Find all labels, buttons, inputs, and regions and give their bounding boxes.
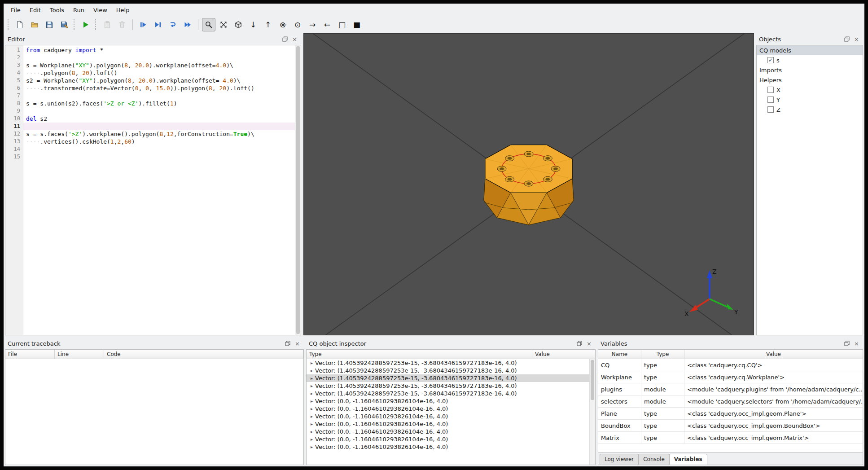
variable-row[interactable]: Workplanetype<class 'cadquery.cq.Workpla… [598,371,863,383]
debug-button[interactable] [136,18,150,31]
editor-panel-close-button[interactable]: × [291,35,298,43]
helper-item[interactable]: X [757,85,863,95]
menu-run[interactable]: Run [69,5,89,15]
open-script-button[interactable] [28,18,41,31]
paste-button[interactable] [101,18,114,31]
variable-row[interactable]: CQtype<class 'cadquery.cq.CQ'> [598,359,863,371]
objects-model-item[interactable]: ✓s [757,55,863,65]
wireframe-button[interactable]: □ [335,18,349,31]
checkbox-s[interactable]: ✓ [767,57,774,63]
code-line-2[interactable]: 2 [5,54,295,61]
variable-row[interactable]: selectorsmodule<module 'cadquery.selecto… [598,395,863,408]
editor-panel-float-button[interactable] [281,35,289,43]
tab-log-viewer[interactable]: Log viewer [600,454,639,465]
left-view-button[interactable]: ← [320,18,334,31]
inspector-row[interactable]: ▸Vector: (0.0, -1.1604610293826104e-16, … [307,443,589,451]
tab-console[interactable]: Console [638,454,670,465]
step-button[interactable] [151,18,165,31]
menu-edit[interactable]: Edit [25,5,45,15]
expand-arrow-icon[interactable]: ▸ [308,414,315,419]
code-line-8[interactable]: 8s = s.union(s2).faces('>Z or <Z').fille… [5,100,295,107]
inspector-row[interactable]: ▸Vector: (0.0, -1.1604610293826104e-16, … [307,428,589,435]
variable-row[interactable]: Planetype<class 'cadquery.occ_impl.geom.… [598,408,863,420]
expand-arrow-icon[interactable]: ▸ [308,437,315,442]
viewport-3d[interactable]: Z X Y [303,33,754,335]
code-line-3[interactable]: 3s = Workplane("XY").polygon(8, 20.0).wo… [5,61,295,69]
objects-group-imports[interactable]: Imports [757,65,863,75]
code-line-13[interactable]: 13····.vertices().cskHole(1,2,60) [5,138,295,145]
editor-scrollbar[interactable] [295,45,301,335]
variable-row[interactable]: pluginsmodule<module 'cadquery.plugins' … [598,383,863,395]
variables-panel-close-button[interactable]: × [853,340,860,347]
checkbox-X[interactable] [767,87,774,93]
column-header-line[interactable]: Line [55,350,104,359]
menu-help[interactable]: Help [112,5,134,15]
right-view-button[interactable]: → [306,18,319,31]
editor-body[interactable]: 1from cadquery import *23s = Workplane("… [5,45,301,335]
helper-item[interactable]: Z [757,105,863,114]
objects-panel-float-button[interactable] [843,35,850,43]
render-button[interactable] [79,18,92,31]
expand-arrow-icon[interactable]: ▸ [308,368,315,373]
inspector-row[interactable]: ▸Vector: (0.0, -1.1604610293826104e-16, … [307,420,589,428]
column-header-type[interactable]: Type [307,350,532,359]
code-line-15[interactable]: 15 [5,153,295,161]
checkbox-Z[interactable] [767,106,774,113]
iso-view-button[interactable] [232,18,245,31]
inspector-row[interactable]: ▸Vector: (0.0, -1.1604610293826104e-16, … [307,413,589,420]
save-script-button[interactable] [43,18,56,31]
code-line-4[interactable]: 4····.polygon(8, 20).loft() [5,69,295,77]
column-header-value[interactable]: Value [532,350,595,359]
fit-view-button[interactable] [202,18,215,31]
delete-button[interactable] [115,18,129,31]
cad-model[interactable] [425,108,632,261]
expand-arrow-icon[interactable]: ▸ [308,444,315,449]
column-header-value[interactable]: Value [684,350,863,359]
code-line-9[interactable]: 9 [5,107,295,115]
code-line-12[interactable]: 12s = s.faces('>Z').workplane().polygon(… [5,130,295,138]
inspector-row[interactable]: ▸Vector: (1.4053924288597253e-15, -3.680… [307,390,589,397]
expand-arrow-icon[interactable]: ▸ [308,429,315,434]
code-line-11[interactable]: 11 [5,123,295,130]
code-line-7[interactable]: 7 [5,92,295,100]
inspector-scrollbar[interactable] [589,359,595,465]
column-header-code[interactable]: Code [104,350,303,359]
continue-button[interactable] [181,18,194,31]
code-line-6[interactable]: 6····.transformed(rotate=Vector(0, 0, 15… [5,84,295,92]
expand-arrow-icon[interactable]: ▸ [308,422,315,426]
code-line-10[interactable]: 10del s2 [5,115,295,123]
fit-all-button[interactable] [217,18,230,31]
inspector-row[interactable]: ▸Vector: (0.0, -1.1604610293826104e-16, … [307,397,589,405]
expand-arrow-icon[interactable]: ▸ [308,399,315,404]
code-line-14[interactable]: 14 [5,145,295,153]
expand-arrow-icon[interactable]: ▸ [308,383,315,388]
objects-group-helpers[interactable]: Helpers [757,75,863,85]
column-header-file[interactable]: File [5,350,55,359]
column-header-type[interactable]: Type [641,350,684,359]
expand-arrow-icon[interactable]: ▸ [308,391,315,396]
menu-tools[interactable]: Tools [45,5,69,15]
objects-panel-close-button[interactable]: × [853,35,860,43]
tab-variables[interactable]: Variables [669,454,707,465]
scrollbar-thumb[interactable] [591,360,594,400]
column-header-name[interactable]: Name [598,350,641,359]
front-view-button[interactable]: ⊗ [276,18,289,31]
new-script-button[interactable] [13,18,26,31]
helper-item[interactable]: Y [757,95,863,105]
save-as-script-button[interactable] [57,18,71,31]
objects-group-cq-models[interactable]: CQ models [757,45,863,55]
variable-row[interactable]: BoundBoxtype<class 'cadquery.occ_impl.ge… [598,420,863,432]
shaded-button[interactable]: ■ [350,18,364,31]
top-view-button[interactable]: ↑ [261,18,275,31]
inspector-row[interactable]: ▸Vector: (0.0, -1.1604610293826104e-16, … [307,405,589,413]
inspector-panel-float-button[interactable] [575,340,583,347]
menu-file[interactable]: File [6,5,25,15]
traceback-panel-close-button[interactable]: × [294,340,301,347]
scrollbar-thumb[interactable] [296,46,300,334]
inspector-row[interactable]: ▸Vector: (1.4053924288597253e-15, -3.680… [307,367,589,374]
checkbox-Y[interactable] [767,97,774,103]
step-return-button[interactable] [166,18,180,31]
inspector-row[interactable]: ▸Vector: (0.0, -1.1604610293826104e-16, … [307,435,589,443]
variable-row[interactable]: Matrixtype<class 'cadquery.occ_impl.geom… [598,432,863,444]
inspector-panel-close-button[interactable]: × [585,340,593,347]
